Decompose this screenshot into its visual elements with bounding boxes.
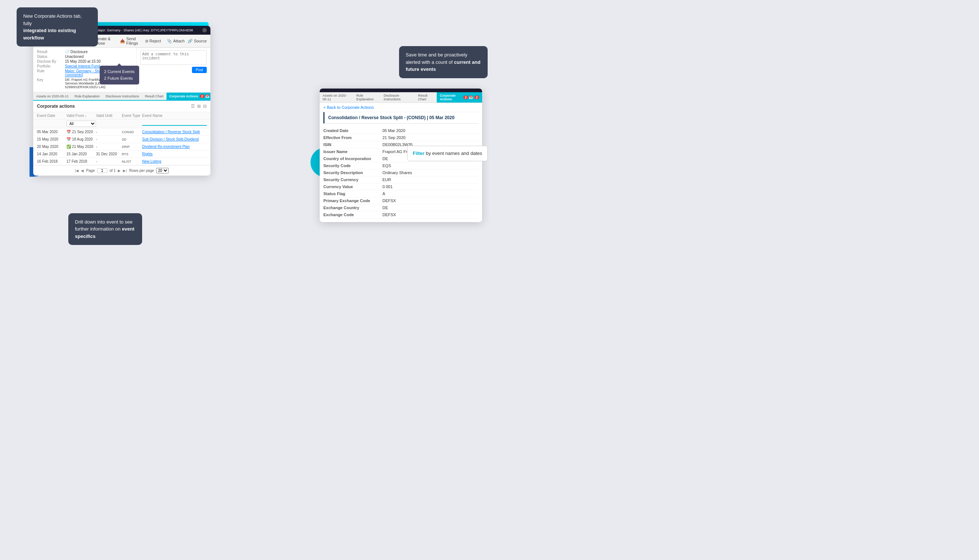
page-input[interactable] — [97, 168, 107, 173]
reject-label: Reject — [150, 39, 161, 43]
rows-per-page-select[interactable]: 20 — [156, 168, 169, 173]
post-button[interactable]: Post — [192, 67, 207, 73]
last-page-button[interactable]: ▶| — [123, 168, 127, 173]
ca-title: Corporate actions — [37, 104, 75, 109]
window-close-icon[interactable] — [202, 28, 207, 32]
detail-body: Created Date 05 Mar 2020 Effective From … — [320, 126, 482, 222]
tab-disclosure-instructions[interactable]: Disclosure Instructions — [103, 93, 142, 100]
detail-key: Status Flag — [323, 192, 383, 196]
detail-key: Created Date — [323, 128, 383, 133]
compact-view-icon[interactable]: ⊟ — [203, 104, 207, 109]
event-name-cell[interactable]: Sub Division / Stock Split-Dividend — [142, 137, 207, 141]
detail-key: Currency Value — [323, 185, 383, 189]
detail-row-created-date: Created Date 05 Mar 2020 — [323, 127, 478, 134]
calendar-icon: 📅 — [67, 137, 71, 141]
tab-badge-current: 2 — [200, 95, 204, 98]
table-row: 14 Jan 2020 15 Jan 2020 31 Dec 2020 RTS … — [33, 150, 211, 158]
detail-key: Security Description — [323, 170, 383, 175]
event-date-cell: 16 Feb 2018 — [37, 159, 67, 163]
disclose-by-label: Disclose By — [37, 59, 62, 63]
event-name-cell[interactable]: Dividend Re-investment Plan — [142, 145, 207, 149]
window-tabs: Assets on 2020-05-11 Rule Explanation Di… — [33, 93, 211, 101]
grid-view-icon[interactable]: ⊞ — [197, 104, 201, 109]
callout-right-mid: Save time and be proactively alerted wit… — [399, 46, 488, 78]
valid-from-cell: 17 Feb 2018 — [67, 159, 96, 163]
event-type-cell: SD — [122, 138, 142, 141]
detail-titlebar — [320, 88, 482, 92]
tooltip-popup: 2 Current Events 2 Future Events — [100, 66, 139, 85]
tab-result-chart[interactable]: Result Chart — [142, 93, 167, 100]
detail-row-currency-value: Currency Value 0.001 — [323, 183, 478, 190]
list-view-icon[interactable]: ☰ — [191, 104, 195, 109]
ca-pagination: |◀ ◀ Page of 1 ▶ ▶| Rows per page 20 — [33, 165, 211, 176]
callout-top-left-bold: integrated into existing workflow — [23, 28, 76, 41]
comment-input[interactable] — [140, 50, 207, 65]
corporate-actions-panel: Corporate actions ☰ ⊞ ⊟ Event Date Valid… — [33, 101, 211, 176]
detail-val: 21 Sep 2020 — [383, 135, 478, 140]
event-date-cell: 15 May 2020 — [37, 137, 67, 141]
valid-until-cell: - — [96, 159, 122, 163]
event-name-filter-line — [142, 121, 207, 126]
send-filings-button[interactable]: 📤 Send Filings — [120, 37, 142, 45]
tab-rule-explanation[interactable]: Rule Explanation — [72, 93, 103, 100]
source-button[interactable]: 🔗 Source — [187, 39, 207, 43]
ca-filter-row: All — [33, 120, 211, 128]
detail-key: Effective From — [323, 135, 383, 140]
tab-corporate-actions[interactable]: Corporate Actions 2 📅 2 — [167, 93, 211, 100]
prev-page-button[interactable]: ◀ — [81, 168, 84, 173]
ca-header: Corporate actions ☰ ⊞ ⊟ — [33, 101, 211, 112]
detail-val: DEFSX — [383, 198, 478, 203]
detail-key: Country of Incorporation — [323, 157, 383, 161]
rule-label: Rule — [37, 69, 62, 77]
reject-icon: ⊘ — [145, 39, 149, 43]
detail-tab-rule[interactable]: Rule Explanation — [353, 92, 381, 103]
reject-button[interactable]: ⊘ Reject — [145, 39, 161, 43]
detail-tabs: Assets on 2020-05-11 Rule Explanation Di… — [320, 92, 482, 103]
event-date-cell: 14 Jan 2020 — [37, 152, 67, 156]
detail-key: Security Currency — [323, 177, 383, 182]
detail-val: DEFSX — [383, 212, 478, 217]
table-row: 15 May 2020 📅18 Aug 2020 - SD Sub Divisi… — [33, 136, 211, 143]
detail-row-exchange-code: Exchange Code DEFSX — [323, 212, 478, 218]
event-date-cell: 20 May 2020 — [37, 145, 67, 149]
attach-button[interactable]: 📎 Attach — [167, 39, 185, 43]
detail-val: EUR — [383, 177, 478, 182]
col-event-date: Event Date — [37, 113, 67, 118]
source-label: Source — [194, 39, 207, 43]
detail-row-effective-from: Effective From 21 Sep 2020 — [323, 134, 478, 141]
detail-tab-assets[interactable]: Assets on 2020-05-11 — [320, 92, 353, 103]
detail-row-security-currency: Security Currency EUR — [323, 176, 478, 183]
first-page-button[interactable]: |◀ — [75, 168, 79, 173]
valid-until-cell: 31 Dec 2020 — [96, 152, 122, 156]
detail-tab-corporate-actions[interactable]: Corporate Actions 2 📅 2 — [437, 92, 482, 103]
tooltip-line1: 2 Current Events — [104, 68, 135, 75]
detail-tab-disclosure[interactable]: Disclosure Instructions — [381, 92, 415, 103]
col-event-name: Event Name — [142, 113, 207, 118]
valid-from-filter[interactable]: All — [67, 121, 96, 127]
detail-key: ISIN — [323, 142, 383, 147]
table-row: 16 Feb 2018 17 Feb 2018 - NLIST New List… — [33, 158, 211, 165]
event-name-cell[interactable]: Rights — [142, 152, 207, 156]
key-label: Key — [37, 78, 62, 82]
col-valid-from: Valid From ↓ — [67, 113, 96, 118]
tab-assets[interactable]: Assets on 2020-05-11 — [33, 93, 72, 100]
detail-val: 0.001 — [383, 185, 478, 189]
callout-filter: Filter by event names and dates — [407, 146, 488, 161]
col-event-type: Event Type — [122, 113, 142, 118]
detail-tab-chart[interactable]: Result Chart — [415, 92, 437, 103]
event-name-cell[interactable]: Consolidation / Reverse Stock Split — [142, 130, 207, 134]
page-of-label: of 1 — [110, 168, 116, 173]
detail-val: DE — [383, 205, 478, 210]
back-to-corporate-actions-link[interactable]: < Back to Corporate Actions — [320, 103, 482, 112]
status-value: Unactioned — [65, 55, 84, 59]
next-page-button[interactable]: ▶ — [118, 168, 121, 173]
valid-from-cell: 📅21 Sep 2020 — [67, 130, 96, 134]
detail-tab-badge1: 2 — [463, 95, 468, 99]
event-type-cell: NLIST — [122, 160, 142, 163]
event-name-cell[interactable]: New Listing — [142, 159, 207, 163]
sort-icon[interactable]: ↓ — [85, 113, 87, 118]
detail-val: A — [383, 192, 478, 196]
detail-key: Issuer Name — [323, 149, 383, 154]
result-label: Result — [37, 50, 62, 54]
portfolio-value[interactable]: Special Interest Fund — [65, 64, 100, 68]
